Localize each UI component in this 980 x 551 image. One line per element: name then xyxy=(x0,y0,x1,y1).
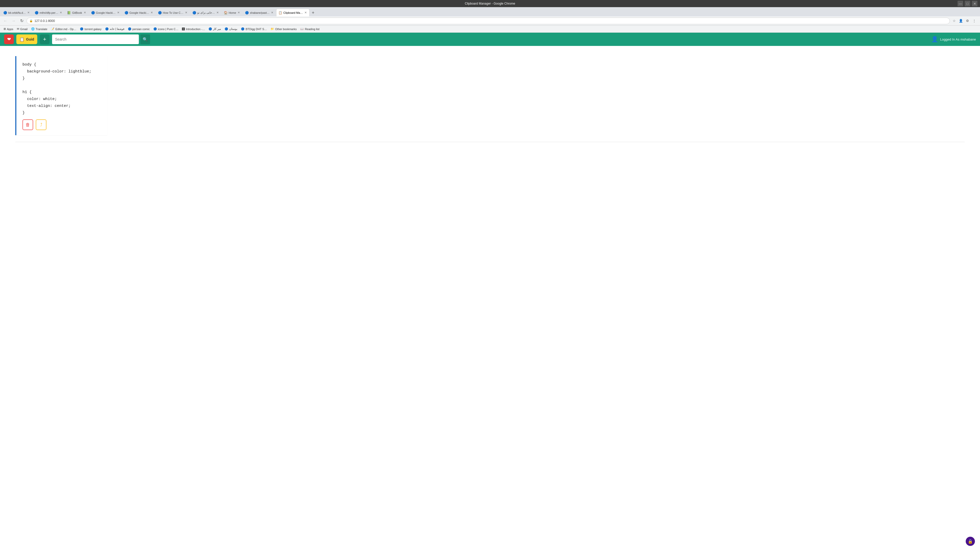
tab-tab6[interactable]: 🔵How To Use C…✕ xyxy=(156,9,190,16)
tab-close[interactable]: ✕ xyxy=(304,11,307,14)
tab-label: Clipboard Ma… xyxy=(283,11,303,14)
tab-tab9[interactable]: 🔵shabane/past…✕ xyxy=(243,9,276,16)
bookmark-favicon: 🔵 xyxy=(208,27,212,30)
bookmark-label: persian comic xyxy=(132,27,150,30)
bookmark-item[interactable]: 🔵persian comic xyxy=(126,27,151,31)
bookmark-label: بوستان xyxy=(229,27,237,30)
bookmark-favicon: 🔵 xyxy=(105,27,109,30)
bookmark-label: icono | Pure C… xyxy=(158,27,179,30)
guid-icon: 📋 xyxy=(19,37,24,42)
bookmark-label: Translate xyxy=(36,27,47,30)
tab-label: GitBook xyxy=(72,11,82,14)
bookmark-item[interactable]: 🔵میر کار xyxy=(207,27,223,31)
bookmark-favicon: ⊞ xyxy=(3,27,6,30)
code-card: body { background-color: lightblue; } h1… xyxy=(15,56,107,135)
bookmark-item[interactable]: 🔵BTDigg DHT S… xyxy=(239,27,269,31)
tab-close[interactable]: ✕ xyxy=(27,11,30,14)
tab-tab5[interactable]: 🔵Google Hacki…✕ xyxy=(122,9,156,16)
address-bar-row: ← → ↻ 🔒 127.0.0.1:8000 ☆ 👤 ⚙ ⋮ xyxy=(0,16,980,25)
new-tab-button[interactable]: + xyxy=(310,9,317,16)
maximize-button[interactable]: □ xyxy=(965,1,970,6)
guid-label: Guid xyxy=(26,37,34,41)
bookmark-favicon: 🌐 xyxy=(31,27,35,30)
bookmark-label: Gmail xyxy=(20,27,27,30)
tab-label: mthri/dfp-per… xyxy=(40,11,58,14)
tab-tab1[interactable]: 🔵bit-orbit/fa.d…✕ xyxy=(1,9,32,16)
tab-tab10[interactable]: 📋Clipboard Ma…✕ xyxy=(276,9,309,16)
bookmark-favicon: 🔵 xyxy=(128,27,131,30)
address-text: 127.0.0.1:8000 xyxy=(35,19,947,23)
tab-favicon: 🏠 xyxy=(224,11,228,14)
profile-icon[interactable]: 👤 xyxy=(958,18,964,24)
bookmark-favicon: 📖 xyxy=(300,27,304,30)
tab-close[interactable]: ✕ xyxy=(237,11,240,14)
tab-favicon: 🔵 xyxy=(91,11,95,14)
tab-label: Google Hacki… xyxy=(96,11,116,14)
bookmark-item[interactable]: 🔵icono | Pure C… xyxy=(152,27,180,31)
lock-icon: 🔒 xyxy=(29,19,33,22)
bookmark-icon[interactable]: ☆ xyxy=(951,18,957,24)
user-avatar-icon: 👤 xyxy=(931,36,938,43)
reload-button[interactable]: ↻ xyxy=(18,17,25,24)
tab-label: Google Hacki… xyxy=(129,11,149,14)
tab-favicon: 🔵 xyxy=(192,11,196,14)
tab-close[interactable]: ✕ xyxy=(150,11,153,14)
bookmark-favicon: 🔵 xyxy=(80,27,83,30)
bookmark-item[interactable]: 🔵torrent galaxy xyxy=(78,27,103,31)
tab-close[interactable]: ✕ xyxy=(59,11,62,14)
bookmark-item[interactable]: 🔵بوستان xyxy=(223,27,239,31)
bookmark-item[interactable]: ✉Gmail xyxy=(15,27,29,31)
bookmark-item[interactable]: ⊞Apps xyxy=(2,27,15,31)
tab-favicon: 🔵 xyxy=(35,11,38,14)
app-navbar: ❤ 📋 Guid + 🔍 👤 Logged In As mshabane xyxy=(0,33,980,46)
heart-button[interactable]: ❤ xyxy=(4,35,14,44)
tab-close[interactable]: ✕ xyxy=(185,11,188,14)
tab-favicon: 🔵 xyxy=(124,11,128,14)
bookmark-label: Other bookmarks xyxy=(275,27,297,30)
forward-button[interactable]: → xyxy=(10,17,17,24)
bookmark-label: torrent galaxy xyxy=(84,27,102,30)
bookmark-favicon: 🔵 xyxy=(224,27,228,30)
tab-tab7[interactable]: 🔵جایی برای نو…✕ xyxy=(190,9,221,16)
bookmark-item[interactable]: 🅱Introduction -… xyxy=(180,27,207,31)
browser-window: Clipboard Manager - Google Chrome — □ ✕ … xyxy=(0,0,980,211)
tab-close[interactable]: ✕ xyxy=(117,11,120,14)
share-button[interactable]: ⤴ xyxy=(36,119,46,130)
delete-button[interactable]: 🗑 xyxy=(22,119,33,130)
address-bar[interactable]: 🔒 127.0.0.1:8000 xyxy=(27,17,950,24)
minimize-button[interactable]: — xyxy=(958,1,963,6)
bookmark-label: Introduction -… xyxy=(186,27,205,30)
extension-icon[interactable]: ⚙ xyxy=(965,18,970,24)
bookmark-favicon: 🅱 xyxy=(182,27,185,30)
tab-tab4[interactable]: 🔵Google Hacki…✕ xyxy=(89,9,122,16)
tab-tab8[interactable]: 🏠Home✕ xyxy=(221,9,243,16)
tab-label: bit-orbit/fa.d… xyxy=(8,11,26,14)
close-button[interactable]: ✕ xyxy=(972,1,977,6)
tab-favicon: 🔵 xyxy=(245,11,249,14)
code-content: body { background-color: lightblue; } h1… xyxy=(22,61,101,116)
bookmark-item[interactable]: 🌐Translate xyxy=(30,27,49,31)
tab-tab3[interactable]: 📗GitBook✕ xyxy=(65,9,89,16)
toolbar-icons: ☆ 👤 ⚙ ⋮ xyxy=(951,18,977,24)
tab-close[interactable]: ✕ xyxy=(270,11,274,14)
bookmark-item[interactable]: 🔵فوشفا | خانه xyxy=(103,27,126,31)
bookmarks-bar: ⊞Apps✉Gmail🌐Translate📝Editor.md - Op…🔵to… xyxy=(0,25,980,33)
bookmark-favicon: 🔵 xyxy=(241,27,245,30)
bookmark-favicon: 📁 xyxy=(270,27,274,30)
guid-button[interactable]: 📋 Guid xyxy=(16,35,37,44)
main-content: body { background-color: lightblue; } h1… xyxy=(0,46,980,155)
settings-icon[interactable]: ⋮ xyxy=(971,18,977,24)
bookmark-item[interactable]: 📁Other bookmarks xyxy=(269,27,298,31)
search-container: 🔍 xyxy=(52,35,929,44)
bookmark-label: Apps xyxy=(7,27,13,30)
bookmark-item[interactable]: 📝Editor.md - Op… xyxy=(49,27,78,31)
search-input[interactable] xyxy=(52,35,139,44)
add-button[interactable]: + xyxy=(40,35,49,44)
tab-close[interactable]: ✕ xyxy=(216,11,219,14)
search-button[interactable]: 🔍 xyxy=(140,35,150,44)
tab-tab2[interactable]: 🔵mthri/dfp-per…✕ xyxy=(32,9,65,16)
app-content: ❤ 📋 Guid + 🔍 👤 Logged In As mshabane bod… xyxy=(0,33,980,211)
bookmark-item[interactable]: 📖Reading list xyxy=(299,27,321,31)
back-button[interactable]: ← xyxy=(2,17,9,24)
tab-close[interactable]: ✕ xyxy=(83,11,86,14)
